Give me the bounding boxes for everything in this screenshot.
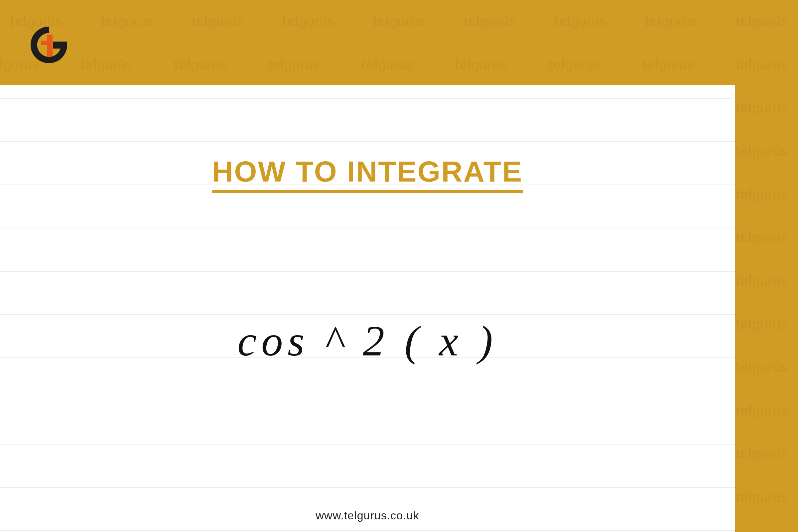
header-bar: [0, 0, 798, 85]
formula-text: cos ^ 2 ( x ): [238, 317, 497, 365]
right-strip: [735, 0, 798, 532]
site-url: www.telgurus.co.uk: [0, 509, 735, 522]
math-formula: cos ^ 2 ( x ): [0, 316, 735, 366]
page-title: HOW TO INTEGRATE: [0, 155, 735, 189]
url-text: www.telgurus.co.uk: [316, 509, 419, 522]
ruling-lines: [0, 85, 735, 532]
notebook-page: [0, 85, 735, 532]
telgurus-logo: [27, 23, 71, 66]
title-text: HOW TO INTEGRATE: [212, 155, 523, 193]
